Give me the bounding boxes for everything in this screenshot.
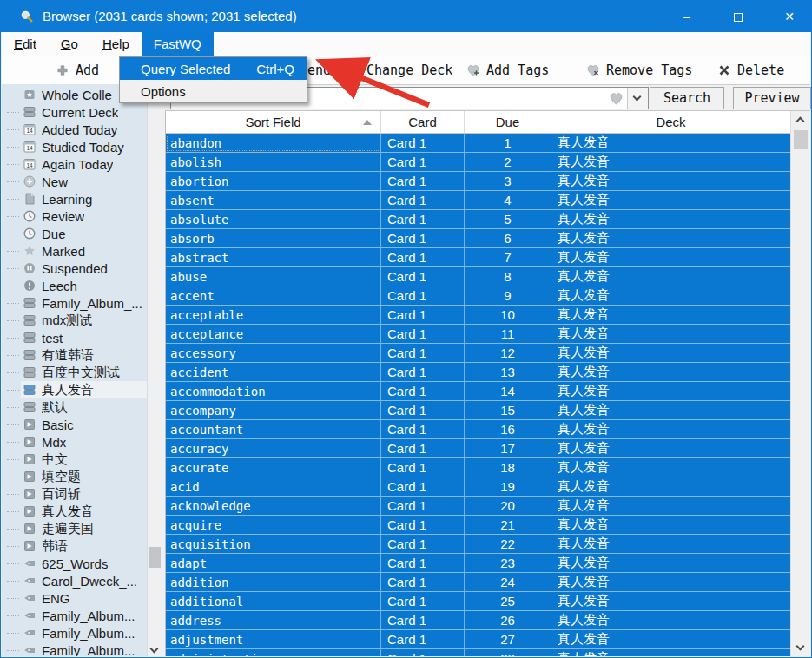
scroll-down-icon[interactable] bbox=[796, 642, 805, 651]
sidebar-item[interactable]: Carol_Dweck_... bbox=[2, 572, 147, 589]
delete-button[interactable]: Delete bbox=[717, 56, 784, 84]
table-row[interactable]: acceptanceCard 111真人发音 bbox=[166, 325, 790, 344]
sidebar-item[interactable]: Family_Album... bbox=[2, 607, 147, 624]
sidebar-item[interactable]: Basic bbox=[2, 416, 147, 433]
table-row[interactable]: accentCard 19真人发音 bbox=[166, 286, 790, 306]
sidebar-item[interactable]: Again Today bbox=[2, 155, 147, 173]
notetype-icon bbox=[23, 470, 36, 484]
table-row[interactable]: absorbCard 16真人发音 bbox=[166, 229, 790, 248]
table-row[interactable]: absoluteCard 15真人发音 bbox=[166, 210, 790, 229]
minimize-button[interactable]: – bbox=[667, 1, 707, 32]
sidebar-item[interactable]: test bbox=[2, 329, 147, 346]
sidebar-scrollbar-thumb[interactable] bbox=[149, 547, 161, 568]
cell-card: Card 1 bbox=[381, 649, 465, 656]
sidebar-item[interactable]: Mdx bbox=[2, 433, 147, 451]
table-row[interactable]: abuseCard 18真人发音 bbox=[166, 267, 790, 286]
sidebar-item[interactable]: 默认 bbox=[2, 398, 147, 416]
sidebar-item[interactable]: Family_Album... bbox=[2, 642, 147, 656]
sidebar-item[interactable]: Review bbox=[2, 207, 147, 225]
sidebar-item[interactable]: 百词斩 bbox=[2, 485, 147, 503]
table-row[interactable]: acceptableCard 110真人发音 bbox=[166, 306, 790, 325]
menu-help[interactable]: Help bbox=[90, 32, 142, 56]
cell-due: 10 bbox=[465, 306, 551, 324]
menu-go[interactable]: Go bbox=[49, 32, 90, 56]
cell-card: Card 1 bbox=[381, 153, 465, 171]
table-row[interactable]: abortionCard 13真人发音 bbox=[166, 172, 790, 191]
table-row[interactable]: acquisitionCard 122真人发音 bbox=[166, 535, 790, 554]
cell-due: 22 bbox=[465, 535, 551, 553]
cell-sort-field: abortion bbox=[166, 172, 381, 190]
table-row[interactable]: acidCard 119真人发音 bbox=[166, 477, 790, 497]
suspend-button-partial[interactable]: end bbox=[307, 56, 331, 84]
sidebar-scrollbar[interactable] bbox=[147, 84, 162, 656]
table-row[interactable]: abolishCard 12真人发音 bbox=[166, 153, 790, 172]
menu-fastwq[interactable]: FastWQ bbox=[142, 32, 214, 56]
favorite-heart-icon[interactable] bbox=[609, 91, 624, 106]
sidebar-item[interactable]: 真人发音 bbox=[2, 381, 147, 398]
table-row[interactable]: accommodationCard 114真人发音 bbox=[166, 382, 790, 401]
table-row[interactable]: adjustmentCard 127真人发音 bbox=[166, 630, 790, 649]
sidebar-item[interactable]: Current Deck bbox=[2, 103, 147, 121]
column-header-due[interactable]: Due bbox=[465, 111, 551, 133]
search-dropdown-button[interactable] bbox=[627, 88, 648, 109]
table-row[interactable]: accessoryCard 112真人发音 bbox=[166, 344, 790, 363]
table-row[interactable]: acknowledgeCard 120真人发音 bbox=[166, 497, 790, 516]
sidebar-item[interactable]: Marked bbox=[2, 242, 147, 260]
search-button[interactable]: Search bbox=[650, 87, 724, 109]
table-scrollbar-thumb[interactable] bbox=[794, 130, 808, 149]
table-row[interactable]: accuracyCard 117真人发音 bbox=[166, 439, 790, 458]
close-button[interactable]: ✕ bbox=[769, 1, 809, 32]
sidebar-item[interactable]: 625_Words bbox=[2, 555, 147, 572]
sidebar-item-label: 有道韩语 bbox=[42, 347, 94, 364]
maximize-button[interactable] bbox=[718, 1, 758, 32]
sidebar-item[interactable]: Suspended bbox=[2, 260, 147, 277]
add-tags-button[interactable]: Add Tags bbox=[466, 56, 549, 84]
add-button[interactable]: Add bbox=[56, 56, 99, 84]
change-deck-button[interactable]: Change Deck bbox=[347, 56, 452, 84]
sidebar-item[interactable]: 填空题 bbox=[2, 468, 147, 485]
menu-item-options[interactable]: Options bbox=[120, 80, 307, 102]
scroll-up-icon[interactable] bbox=[796, 117, 805, 126]
table-row[interactable]: absentCard 14真人发音 bbox=[166, 191, 790, 210]
sidebar-item[interactable]: Added Today bbox=[2, 121, 147, 138]
sidebar-item[interactable]: 有道韩语 bbox=[2, 346, 147, 364]
table-row[interactable]: accidentCard 113真人发音 bbox=[166, 363, 790, 382]
column-header-card[interactable]: Card bbox=[381, 111, 465, 133]
sidebar-item[interactable]: ENG bbox=[2, 589, 147, 607]
table-row[interactable]: addressCard 126真人发音 bbox=[166, 611, 790, 630]
table-row[interactable]: abandonCard 11真人发音 bbox=[166, 134, 790, 153]
table-row[interactable]: adaptCard 123真人发音 bbox=[166, 554, 790, 573]
sidebar-item[interactable]: 走遍美国 bbox=[2, 520, 147, 537]
tree-guide bbox=[7, 338, 19, 339]
sidebar-item[interactable]: 真人发音 bbox=[2, 503, 147, 520]
sidebar-item[interactable]: Leech bbox=[2, 277, 147, 294]
sidebar-item[interactable]: New bbox=[2, 173, 147, 190]
table-row[interactable]: accountantCard 116真人发音 bbox=[166, 420, 790, 439]
sidebar-item[interactable]: mdx测试 bbox=[2, 312, 147, 329]
table-row[interactable]: additionCard 124真人发音 bbox=[166, 573, 790, 592]
preview-button[interactable]: Preview bbox=[733, 87, 811, 109]
table-row[interactable]: accompanyCard 115真人发音 bbox=[166, 401, 790, 420]
sidebar-item[interactable]: Family_Album... bbox=[2, 624, 147, 642]
menu-item-query-selected[interactable]: Query Selected Ctrl+Q bbox=[120, 57, 307, 80]
cell-deck: 真人发音 bbox=[551, 573, 790, 591]
table-row[interactable]: abstractCard 17真人发音 bbox=[166, 248, 790, 267]
table-row[interactable]: administrationCard 128真人发音 bbox=[166, 649, 790, 656]
sidebar-item[interactable]: Family_Album_... bbox=[2, 294, 147, 312]
sidebar-item[interactable]: 韩语 bbox=[2, 537, 147, 555]
table-row[interactable]: additionalCard 125真人发音 bbox=[166, 592, 790, 611]
table-row[interactable]: acquireCard 121真人发音 bbox=[166, 516, 790, 535]
scroll-down-icon[interactable] bbox=[150, 645, 159, 654]
column-header-sort-field[interactable]: Sort Field bbox=[166, 111, 381, 133]
table-scrollbar[interactable] bbox=[790, 111, 810, 656]
sidebar-item[interactable]: Studied Today bbox=[2, 138, 147, 155]
menu-edit[interactable]: Edit bbox=[2, 32, 49, 56]
remove-tags-button[interactable]: Remove Tags bbox=[586, 56, 692, 84]
sidebar-item[interactable]: Due bbox=[2, 225, 147, 242]
column-header-deck[interactable]: Deck bbox=[551, 111, 790, 133]
sidebar-item[interactable]: Learning bbox=[2, 190, 147, 207]
sidebar-item-label: 625_Words bbox=[42, 556, 108, 571]
sidebar-item[interactable]: 百度中文测试 bbox=[2, 364, 147, 381]
table-row[interactable]: accurateCard 118真人发音 bbox=[166, 458, 790, 477]
sidebar-item[interactable]: 中文 bbox=[2, 451, 147, 468]
